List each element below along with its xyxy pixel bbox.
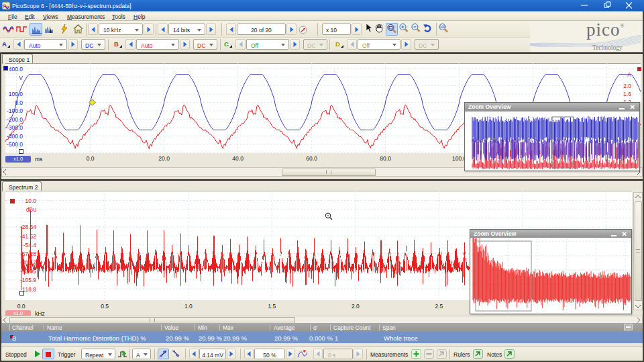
- svg-text:100: 100: [440, 26, 445, 29]
